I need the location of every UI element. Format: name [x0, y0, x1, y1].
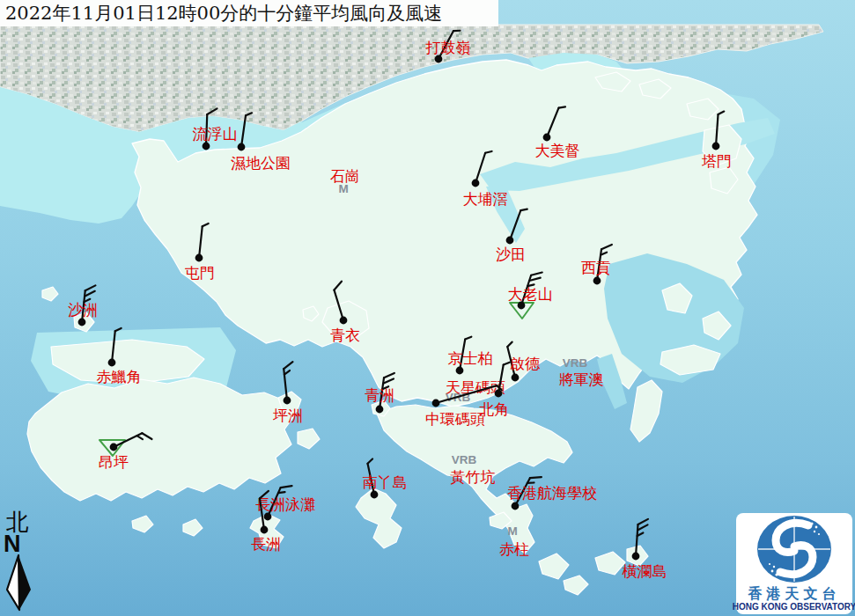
station-dot	[264, 513, 272, 521]
station-dot	[472, 180, 480, 187]
station-dot	[110, 444, 118, 451]
station-dot	[108, 359, 116, 367]
station-label: 打鼓嶺	[425, 39, 471, 56]
station-dot	[632, 553, 640, 561]
station-dot	[593, 277, 601, 285]
station-label: 屯門	[185, 264, 215, 282]
station-label: 石崗	[330, 167, 360, 185]
map-title: 2022年11月01日12時00分的十分鐘平均風向及風速	[0, 0, 498, 26]
north-arrow-icon	[4, 554, 35, 612]
station-dot	[376, 406, 384, 414]
station-label: 沙田	[496, 246, 526, 263]
station-dot	[712, 143, 720, 150]
wind-map-page: 流浮山濕地公園打鼓嶺大美督塔門M石崗大埔滘沙田屯門沙洲西貢大老山青衣赤鱲角京士柏…	[0, 0, 855, 616]
station-label: 將軍澳	[559, 370, 604, 388]
station-dot	[340, 317, 348, 325]
station-label: 長洲泳灘	[255, 495, 315, 513]
station-dot	[78, 319, 86, 326]
station-label: 北角	[479, 400, 509, 418]
station-label: 京士柏	[448, 349, 493, 367]
station-label: 長洲	[251, 535, 281, 553]
station-label: 昂坪	[99, 453, 129, 471]
station-label: 黃竹坑	[451, 468, 496, 486]
missing-data-flag: M	[507, 524, 517, 538]
station-dot	[238, 143, 246, 151]
station-dot	[512, 502, 520, 510]
north-letter-label: N	[4, 533, 21, 554]
hong-kong-wind-map: 流浮山濕地公園打鼓嶺大美督塔門M石崗大埔滘沙田屯門沙洲西貢大老山青衣赤鱲角京士柏…	[0, 0, 855, 616]
station-label: 香港航海學校	[507, 484, 597, 502]
hko-logo-icon	[754, 513, 835, 586]
station-dot	[284, 397, 291, 405]
hko-logo: 香港天文台 HONG KONG OBSERVATORY	[736, 513, 852, 614]
station-label: 大埔滘	[463, 190, 508, 208]
variable-wind-flag: VRB	[452, 453, 477, 466]
variable-wind-flag: VRB	[563, 356, 588, 370]
station-dot	[543, 134, 551, 142]
station-label: 赤柱	[499, 540, 529, 558]
station-label: 濕地公園	[231, 154, 291, 172]
station-label: 啟德	[510, 355, 541, 372]
station-dot	[456, 367, 464, 375]
north-indicator: 北 N	[4, 510, 42, 616]
station-label: 沙洲	[68, 301, 98, 319]
station-label: 南丫島	[363, 473, 408, 491]
hko-logo-english: HONG KONG OBSERVATORY	[733, 601, 855, 612]
station-dot	[195, 254, 203, 262]
station-label: 赤鱲角	[97, 368, 142, 385]
station-label: 中環碼頭	[425, 410, 485, 428]
station-dot	[261, 526, 269, 534]
station-dot	[432, 400, 440, 407]
station-dot	[506, 237, 514, 245]
station-label: 青洲	[365, 386, 394, 404]
station-label: 大美督	[535, 142, 580, 159]
station-dot	[371, 491, 379, 499]
station-dot	[495, 390, 503, 398]
station-label: 西貢	[581, 259, 611, 276]
station-label: 大老山	[508, 285, 553, 303]
station-label: 塔門	[701, 152, 732, 170]
station-label: 青衣	[330, 326, 360, 344]
hko-logo-chinese: 香港天文台	[748, 586, 841, 601]
station-label: 流浮山	[193, 125, 238, 143]
station-dot	[203, 143, 210, 150]
station-label: 橫瀾島	[623, 562, 667, 580]
station-label: 坪洲	[273, 407, 303, 424]
station-dot	[512, 374, 520, 382]
